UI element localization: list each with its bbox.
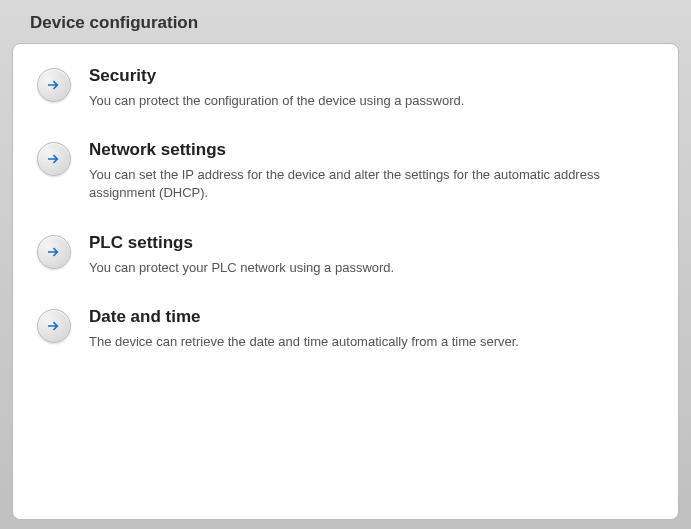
config-item-description: The device can retrieve the date and tim… <box>89 333 654 351</box>
page-title: Device configuration <box>0 0 691 43</box>
config-item-description: You can set the IP address for the devic… <box>89 166 654 202</box>
config-item-description: You can protect the configuration of the… <box>89 92 654 110</box>
config-item-text: Network settings You can set the IP addr… <box>89 140 654 202</box>
arrow-right-icon <box>37 142 71 176</box>
config-panel: Security You can protect the configurati… <box>12 43 679 520</box>
arrow-right-icon <box>37 309 71 343</box>
device-config-container: Device configuration Security You can pr… <box>0 0 691 529</box>
arrow-right-icon <box>37 235 71 269</box>
config-item-plc-settings[interactable]: PLC settings You can protect your PLC ne… <box>37 233 654 277</box>
config-item-security[interactable]: Security You can protect the configurati… <box>37 66 654 110</box>
config-item-description: You can protect your PLC network using a… <box>89 259 654 277</box>
config-item-network-settings[interactable]: Network settings You can set the IP addr… <box>37 140 654 202</box>
config-item-text: Date and time The device can retrieve th… <box>89 307 654 351</box>
config-item-text: PLC settings You can protect your PLC ne… <box>89 233 654 277</box>
config-item-text: Security You can protect the configurati… <box>89 66 654 110</box>
config-item-title: Date and time <box>89 307 654 327</box>
config-item-title: Security <box>89 66 654 86</box>
config-item-title: PLC settings <box>89 233 654 253</box>
arrow-right-icon <box>37 68 71 102</box>
config-item-title: Network settings <box>89 140 654 160</box>
config-item-date-and-time[interactable]: Date and time The device can retrieve th… <box>37 307 654 351</box>
